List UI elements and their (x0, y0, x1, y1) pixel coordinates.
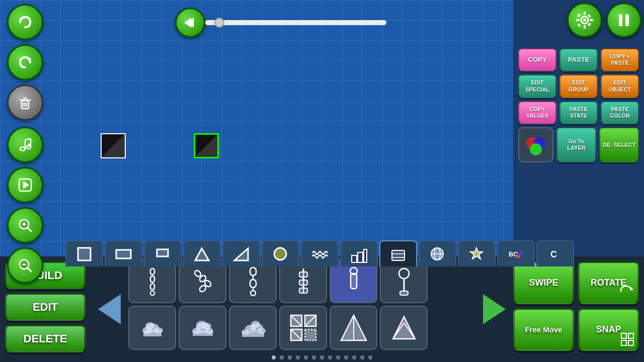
svg-rect-27 (584, 12, 586, 15)
cat-tab-bc[interactable]: BC (497, 240, 535, 266)
page-next-button[interactable] (483, 294, 506, 324)
cat-tab-c[interactable]: C (536, 240, 574, 266)
svg-rect-74 (299, 280, 307, 285)
item-grid (123, 256, 480, 362)
svg-rect-75 (299, 288, 307, 293)
svg-rect-40 (78, 248, 91, 260)
svg-marker-24 (184, 18, 191, 28)
svg-rect-62 (150, 291, 154, 295)
zoom-in-button[interactable] (7, 207, 43, 243)
item-cloud-3[interactable] (229, 306, 277, 350)
svg-rect-2 (22, 101, 29, 109)
page-dot-1[interactable] (280, 355, 284, 359)
page-prev-button[interactable] (98, 294, 121, 324)
svg-rect-59 (150, 268, 154, 275)
svg-rect-80 (400, 291, 408, 295)
swipe-button[interactable]: SWIPE (513, 261, 574, 304)
cat-tab-star[interactable] (458, 240, 496, 266)
cat-tab-spike[interactable] (340, 240, 378, 266)
item-cloud-1[interactable] (128, 306, 176, 350)
settings-button[interactable] (567, 3, 602, 38)
svg-point-56 (516, 254, 520, 258)
svg-marker-109 (393, 317, 415, 339)
free-move-button[interactable]: Free Move (513, 308, 574, 351)
svg-line-21 (27, 267, 31, 272)
page-dot-8[interactable] (336, 355, 340, 359)
trash-button[interactable] (7, 84, 43, 121)
item-broken-3[interactable] (380, 306, 428, 350)
redo-button[interactable] (7, 44, 43, 80)
page-dot-11[interactable] (360, 355, 364, 359)
svg-rect-32 (588, 23, 592, 27)
page-dot-12[interactable] (368, 355, 372, 359)
slider-container (175, 8, 386, 38)
delete-button[interactable]: DELETE (5, 325, 86, 352)
copy-values-button[interactable]: COPY VALUES (518, 101, 556, 124)
zoom-out-button[interactable] (7, 247, 43, 284)
svg-point-39 (530, 143, 542, 155)
page-dot-2[interactable] (288, 355, 292, 359)
svg-rect-97 (242, 332, 264, 337)
svg-point-96 (251, 321, 260, 328)
play-music-button[interactable] (7, 127, 43, 163)
cat-tab-block[interactable] (379, 240, 417, 266)
svg-rect-85 (143, 330, 162, 336)
svg-marker-43 (195, 248, 209, 260)
edit-object-button[interactable]: EDIT OBJECT (601, 74, 639, 98)
deselect-button[interactable]: DE- SELECT (599, 127, 639, 162)
page-dot-7[interactable] (328, 355, 332, 359)
page-dot-0[interactable] (272, 355, 276, 359)
item-broken-2[interactable] (330, 306, 377, 350)
edit-button[interactable]: EDIT (5, 293, 86, 321)
svg-rect-28 (584, 25, 586, 29)
page-dot-4[interactable] (304, 355, 308, 359)
undo-button[interactable] (7, 4, 43, 40)
snap-button[interactable]: SNAP (578, 308, 639, 351)
row-edit: EDIT SPECIAL EDIT GROUP EDIT OBJECT (518, 74, 639, 98)
cat-tab-circle[interactable] (262, 240, 299, 266)
item-cloud-2[interactable] (179, 306, 226, 350)
svg-rect-48 (364, 249, 367, 262)
cat-tab-small-rect[interactable] (144, 240, 182, 266)
left-toolbar (0, 0, 50, 236)
copy-paste-button[interactable]: COPY + PASTE (601, 48, 639, 71)
svg-rect-76 (351, 274, 357, 289)
page-dot-6[interactable] (320, 355, 324, 359)
slider-arrow[interactable] (175, 8, 205, 38)
svg-marker-13 (27, 142, 31, 147)
cat-tab-slope[interactable] (222, 240, 260, 266)
svg-rect-114 (621, 333, 626, 338)
edit-special-button[interactable]: EDIT SPECIAL (518, 74, 556, 98)
cat-tab-rect[interactable] (105, 240, 142, 266)
paste-color-button[interactable]: PASTE COLOR (601, 101, 639, 124)
cat-tab-triangle[interactable] (183, 240, 221, 266)
svg-rect-46 (352, 255, 357, 262)
rotate-button[interactable]: ROTATE (578, 261, 639, 304)
slider-thumb[interactable] (214, 18, 224, 28)
paste-state-button[interactable]: PASTE STATE (559, 101, 598, 124)
colors-button[interactable] (518, 127, 553, 162)
copy-button[interactable]: COPY (518, 48, 556, 71)
play-button[interactable] (7, 167, 43, 203)
svg-rect-67 (250, 267, 256, 276)
right-panel: COPY PASTE COPY + PASTE EDIT SPECIAL EDI… (513, 0, 644, 256)
page-dot-3[interactable] (296, 355, 300, 359)
slider-track[interactable] (205, 20, 386, 25)
svg-marker-0 (19, 18, 23, 22)
page-dot-10[interactable] (352, 355, 356, 359)
canvas-object-1[interactable] (101, 133, 126, 158)
cat-tab-sphere[interactable] (419, 240, 456, 266)
page-dot-5[interactable] (312, 355, 316, 359)
svg-rect-49 (392, 250, 405, 260)
svg-marker-15 (23, 181, 29, 189)
pause-button[interactable] (606, 3, 641, 38)
edit-group-button[interactable]: EDIT GROUP (559, 74, 598, 98)
page-dot-9[interactable] (344, 355, 348, 359)
cat-tab-square[interactable] (65, 240, 103, 266)
item-broken-1[interactable] (279, 306, 327, 350)
go-to-layer-button[interactable]: Go To LAYER (556, 127, 596, 162)
svg-rect-91 (193, 331, 213, 336)
cat-tab-wave[interactable] (301, 240, 339, 266)
paste-button[interactable]: PASTE (559, 48, 598, 71)
canvas-object-2[interactable] (194, 133, 219, 158)
